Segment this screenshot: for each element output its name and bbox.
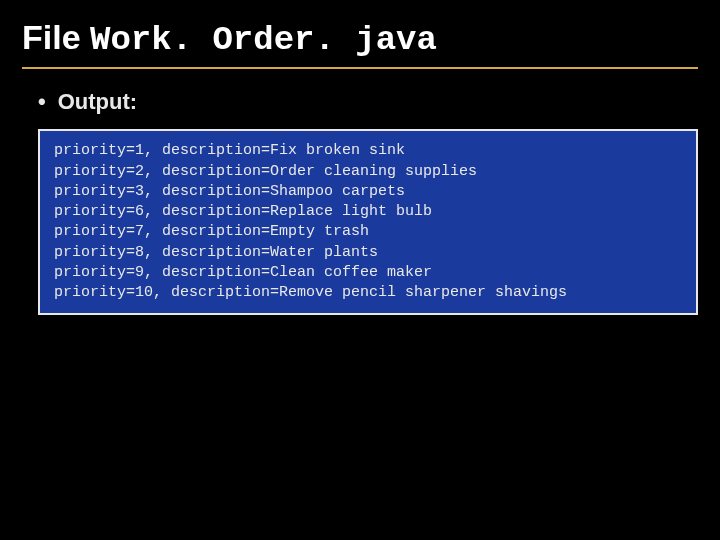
slide-title: File Work. Order. java xyxy=(22,18,698,69)
content-area: • Output: priority=1, description=Fix br… xyxy=(22,89,698,315)
bullet-item: • Output: xyxy=(38,89,698,115)
bullet-marker: • xyxy=(38,89,46,115)
title-prefix: File xyxy=(22,18,90,56)
bullet-label: Output: xyxy=(58,89,137,115)
output-box: priority=1, description=Fix broken sink … xyxy=(38,129,698,315)
slide-container: File Work. Order. java • Output: priorit… xyxy=(0,0,720,333)
title-filename: Work. Order. java xyxy=(90,21,437,59)
